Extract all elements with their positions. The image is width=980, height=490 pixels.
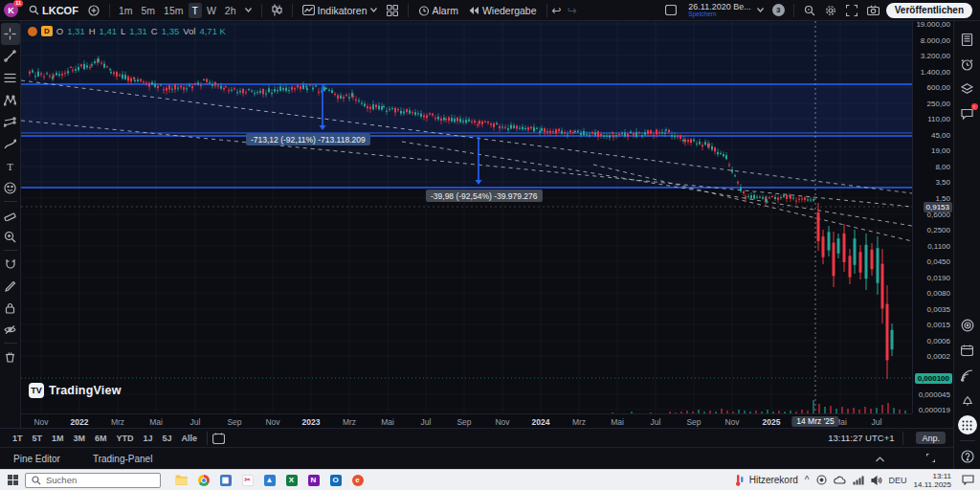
action-center-icon[interactable] xyxy=(962,475,974,485)
undo-button[interactable]: ↩ xyxy=(552,4,562,17)
timeframe-dropdown[interactable] xyxy=(240,2,256,19)
range-6M[interactable]: 6M xyxy=(90,434,112,443)
snapshot-button[interactable] xyxy=(862,2,884,19)
help-icon[interactable] xyxy=(957,444,978,469)
pattern-tool[interactable] xyxy=(1,89,20,111)
price-axis[interactable]: 19.000,008.000,003.200,001.400,00600,002… xyxy=(912,21,953,413)
range-YTD[interactable]: YTD xyxy=(112,434,139,443)
trendline-tool[interactable] xyxy=(1,45,20,67)
goto-date-icon[interactable] xyxy=(212,433,225,444)
timeframe-5m[interactable]: 5m xyxy=(137,3,159,18)
publish-button[interactable]: Veröffentlichen xyxy=(886,3,972,18)
brush-tool[interactable] xyxy=(1,133,20,155)
replay-button[interactable]: Wiedergabe xyxy=(463,2,542,19)
start-button[interactable] xyxy=(0,470,25,490)
redo-button[interactable]: ↪ xyxy=(568,4,577,17)
outlook-icon[interactable]: O xyxy=(324,470,346,490)
drawing-mode-tool[interactable] xyxy=(1,275,20,297)
compare-add-button[interactable] xyxy=(83,2,104,19)
range-1J[interactable]: 1J xyxy=(139,434,158,443)
excel-icon[interactable]: X xyxy=(280,470,302,490)
symbol-search-button[interactable]: LKCOF xyxy=(24,2,83,19)
hide-drawings-tool[interactable] xyxy=(1,319,20,341)
crosshair-tool[interactable] xyxy=(1,23,20,45)
measure-label-1[interactable]: -713,12 (-92,11%) -713.118.209 xyxy=(246,133,370,145)
timeframe-2h[interactable]: 2h xyxy=(221,3,240,18)
tray-expand-chevron[interactable]: ^ xyxy=(805,475,810,485)
alert-button[interactable]: Alarm xyxy=(413,2,463,19)
weather-widget[interactable]: Hitzerekord xyxy=(735,474,798,486)
volume-icon[interactable] xyxy=(871,476,882,485)
browser-icon[interactable]: e xyxy=(346,470,368,490)
panel-expand-up-icon[interactable] xyxy=(871,454,889,464)
notifications-bell-icon[interactable] xyxy=(957,388,978,412)
collaborators-badge[interactable]: 3 xyxy=(772,4,785,16)
price-tick: 1.400,00 xyxy=(921,68,950,77)
save-label[interactable]: Speichern xyxy=(688,11,750,18)
file-explorer-icon[interactable] xyxy=(170,470,192,490)
calendar-icon[interactable] xyxy=(957,338,978,363)
indicators-button[interactable]: Indikatoren xyxy=(298,2,382,19)
quick-search-button[interactable] xyxy=(799,2,820,19)
interval-badge[interactable]: D xyxy=(41,26,53,36)
time-axis[interactable]: Nov2022MrzMaiJulSepNov2023MrzMaiJulSepNo… xyxy=(21,413,912,428)
settings-button[interactable] xyxy=(820,2,841,19)
session-clock[interactable]: 13:11:27 UTC+1 xyxy=(828,433,894,443)
time-tick: Nov xyxy=(495,417,509,427)
onenote-icon[interactable]: N xyxy=(302,470,324,490)
projection-tool[interactable] xyxy=(1,111,20,133)
news-icon[interactable] xyxy=(957,363,978,388)
timeframe-W[interactable]: W xyxy=(203,3,220,18)
timeframe-T[interactable]: T xyxy=(189,3,202,18)
range-5J[interactable]: 5J xyxy=(158,434,177,443)
measure-tool[interactable] xyxy=(1,204,20,226)
range-5T[interactable]: 5T xyxy=(28,434,48,443)
photos-icon[interactable]: ▲ xyxy=(258,470,280,490)
search-icon xyxy=(32,476,41,485)
timeframe-15m[interactable]: 15m xyxy=(160,3,187,18)
panel-toggle-button[interactable] xyxy=(660,2,681,19)
delete-drawings-tool[interactable] xyxy=(1,345,20,368)
magnet-tool[interactable] xyxy=(1,253,20,275)
layout-grid-button[interactable] xyxy=(382,2,403,19)
range-3M[interactable]: 3M xyxy=(69,434,91,443)
emoji-tool[interactable] xyxy=(1,177,20,199)
watchlist-icon[interactable] xyxy=(957,27,978,52)
tab-trading-panel[interactable]: Trading-Panel xyxy=(93,454,152,464)
candles-icon xyxy=(272,4,282,16)
range-1M[interactable]: 1M xyxy=(47,434,69,443)
timeframe-1m[interactable]: 1m xyxy=(115,3,137,18)
object-tree-icon[interactable] xyxy=(957,77,978,101)
user-avatar[interactable]: K 11 xyxy=(4,3,18,17)
panel-maximize-icon[interactable] xyxy=(922,454,940,464)
adjust-button[interactable]: Anp. xyxy=(916,432,946,444)
range-1T[interactable]: 1T xyxy=(8,434,28,443)
lock-drawings-tool[interactable] xyxy=(1,297,20,319)
chart-canvas[interactable]: D O1,31 H1,41 L1,31 C1,35 Vol4,71 K -713… xyxy=(21,21,912,413)
layout-name-button[interactable]: 26.11.2020 Be... Speichern xyxy=(681,2,768,19)
alerts-panel-icon[interactable] xyxy=(957,52,978,77)
language-indicator[interactable]: DEU xyxy=(889,476,907,485)
network-icon[interactable] xyxy=(853,476,864,485)
taskbar-clock[interactable]: 13:11 14.11.2025 xyxy=(914,472,951,489)
teams-status-icon[interactable] xyxy=(816,475,827,485)
chart-style-button[interactable] xyxy=(267,2,287,19)
calculator-icon[interactable]: ▦ xyxy=(214,470,236,490)
onedrive-cloud-icon[interactable] xyxy=(834,476,846,484)
apps-menu-icon[interactable] xyxy=(957,412,978,437)
tab-pine-editor[interactable]: Pine Editor xyxy=(13,454,60,464)
taskbar-time: 13:11 xyxy=(933,472,951,480)
chat-icon[interactable]: ! xyxy=(957,101,978,126)
text-tool[interactable]: T xyxy=(1,155,20,177)
taskbar-search-input[interactable]: Suchen xyxy=(25,473,161,488)
fullscreen-button[interactable] xyxy=(841,2,862,19)
range-Alle[interactable]: Alle xyxy=(177,434,203,443)
zoom-in-tool[interactable] xyxy=(1,226,20,248)
chart-svg[interactable] xyxy=(21,21,912,413)
fib-retracement-tool[interactable] xyxy=(1,67,20,89)
time-tick: Nov xyxy=(265,417,279,427)
ideas-icon[interactable] xyxy=(957,313,978,338)
measure-label-2[interactable]: -39,98 (-92,54%) -39.979.276 xyxy=(426,189,543,202)
chrome-icon[interactable] xyxy=(192,470,214,490)
snipping-tool-icon[interactable]: ✂ xyxy=(236,470,258,490)
